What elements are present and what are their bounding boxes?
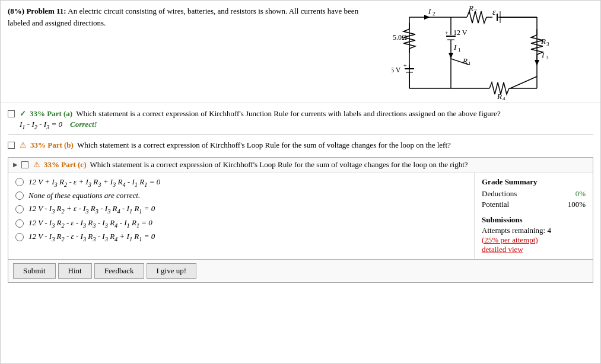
svg-text:ε: ε xyxy=(492,8,496,17)
option-text-5: 12 V - I3 R2 - ε - I3 R3 - I3 R4 + I1 R1… xyxy=(28,232,155,242)
part-a-percent: 33% Part (a) xyxy=(30,109,72,119)
svg-text:R: R xyxy=(497,92,502,100)
radio-4[interactable] xyxy=(15,219,24,228)
potential-row: Potential 100% xyxy=(482,200,586,209)
part-b-question: Which statement is a correct expression … xyxy=(77,141,451,150)
deductions-label: Deductions xyxy=(482,189,517,199)
attempts-percent: (25% per attempt) xyxy=(482,235,586,245)
radio-5[interactable] xyxy=(15,233,24,241)
svg-text:R: R xyxy=(462,56,468,65)
options-grade-row: 12 V + I3 R2 - ε + I3 R3 + I3 R4 - I1 R1… xyxy=(8,173,593,259)
part-c-question: Which statement is a correct expression … xyxy=(90,160,468,170)
problem-text: (8%) Problem 11: An electric circuit con… xyxy=(8,5,376,28)
submissions-title: Submissions xyxy=(482,215,586,225)
circuit-svg: I 2 R 2 ε xyxy=(392,5,581,100)
svg-text:1: 1 xyxy=(458,47,461,53)
svg-text:3: 3 xyxy=(546,41,549,47)
part-a-checkbox xyxy=(8,110,15,117)
give-up-button[interactable]: I give up! xyxy=(147,263,197,279)
hint-button[interactable]: Hint xyxy=(58,263,92,279)
radio-2[interactable] xyxy=(15,191,24,200)
svg-text:I: I xyxy=(428,7,431,15)
option-row-1: 12 V + I3 R2 - ε + I3 R3 + I3 R4 - I1 R1… xyxy=(15,177,467,188)
potential-label: Potential xyxy=(482,200,509,209)
radio-1[interactable] xyxy=(15,178,24,186)
options-area: 12 V + I3 R2 - ε + I3 R3 + I3 R4 - I1 R1… xyxy=(8,173,474,251)
problem-title: Problem 11: xyxy=(26,7,66,15)
radio-3[interactable] xyxy=(15,205,24,213)
part-a-section: ✓ 33% Part (a) Which statement is a corr… xyxy=(8,109,593,130)
svg-text:R: R xyxy=(468,5,473,12)
svg-text:12 V: 12 V xyxy=(453,28,468,37)
grade-summary-title: Grade Summary xyxy=(482,177,586,187)
svg-text:I: I xyxy=(453,43,457,52)
svg-marker-1 xyxy=(424,15,430,20)
svg-text:3: 3 xyxy=(546,55,549,60)
part-b-percent: 33% Part (b) xyxy=(30,141,74,150)
part-a-status: Correct! xyxy=(70,120,97,129)
option-row-5: 12 V - I3 R2 - ε - I3 R3 - I3 R4 + I1 R1… xyxy=(15,232,467,242)
part-b-warn-icon: ⚠ xyxy=(20,141,27,150)
deductions-value: 0% xyxy=(575,189,586,199)
part-a-answer: I1 - I2 - I3 = 0 Correct! xyxy=(20,120,593,130)
svg-text:4: 4 xyxy=(503,96,505,100)
grade-summary: Grade Summary Deductions 0% Potential 10… xyxy=(474,173,593,259)
option-text-3: 12 V - I3 R2 + ε - I3 R3 - I3 R4 - I1 R1… xyxy=(28,204,155,215)
svg-text:+: + xyxy=(445,30,449,36)
problem-percent: (8%) xyxy=(8,7,24,15)
svg-text:1: 1 xyxy=(468,60,471,66)
problem-header: (8%) Problem 11: An electric circuit con… xyxy=(1,1,600,103)
part-a-question: Which statement is a correct expression … xyxy=(76,109,500,119)
option-row-4: 12 V - I3 R2 - ε - I3 R3 - I3 R4 - I1 R1… xyxy=(15,218,467,229)
detailed-view-link[interactable]: detailed view xyxy=(482,245,586,254)
play-icon: ▶ xyxy=(13,161,18,168)
option-row-2: None of these equations are correct. xyxy=(15,191,467,200)
deductions-row: Deductions 0% xyxy=(482,189,586,199)
svg-marker-20 xyxy=(535,60,539,66)
svg-line-21 xyxy=(510,76,537,88)
option-text-2: None of these equations are correct. xyxy=(28,191,140,200)
option-row-3: 12 V - I3 R2 + ε - I3 R3 - I3 R4 - I1 R1… xyxy=(15,204,467,215)
potential-value: 100% xyxy=(568,200,586,209)
svg-text:2: 2 xyxy=(433,11,435,17)
svg-text:+: + xyxy=(403,62,407,69)
svg-marker-39 xyxy=(449,53,453,59)
submit-button[interactable]: Submit xyxy=(13,263,56,279)
circuit-diagram: I 2 R 2 ε xyxy=(392,5,593,100)
svg-text:R: R xyxy=(540,37,546,46)
divider-ab xyxy=(8,134,593,135)
svg-text:5.0Ω: 5.0Ω xyxy=(393,33,407,41)
part-a-answer-text: I1 - I2 - I3 = 0 xyxy=(20,120,62,129)
part-c-warn-icon: ⚠ xyxy=(33,160,40,170)
part-b-section: ⚠ 33% Part (b) Which statement is a corr… xyxy=(8,138,593,152)
svg-text:2: 2 xyxy=(474,8,477,14)
svg-text:6 V: 6 V xyxy=(392,66,401,74)
option-text-1: 12 V + I3 R2 - ε + I3 R3 + I3 R4 - I1 R1… xyxy=(28,177,160,188)
part-c-header: ▶ ⚠ 33% Part (c) Which statement is a co… xyxy=(8,158,593,173)
part-c-percent: 33% Part (c) xyxy=(44,160,86,170)
part-c-section: ▶ ⚠ 33% Part (c) Which statement is a co… xyxy=(8,157,593,283)
option-text-4: 12 V - I3 R2 - ε - I3 R3 - I3 R4 - I1 R1… xyxy=(28,218,152,229)
part-b-checkbox xyxy=(8,142,15,149)
svg-text:I: I xyxy=(541,50,545,59)
attempts-percent-link[interactable]: (25% per attempt) xyxy=(482,235,538,244)
submissions-section: Submissions Attempts remaining: 4 (25% p… xyxy=(482,215,586,254)
part-a-header: ✓ 33% Part (a) Which statement is a corr… xyxy=(8,109,593,119)
attempts-text: Attempts remaining: 4 xyxy=(482,226,586,235)
feedback-button[interactable]: Feedback xyxy=(94,263,144,279)
main-container: (8%) Problem 11: An electric circuit con… xyxy=(0,0,601,364)
content-area: ✓ 33% Part (a) Which statement is a corr… xyxy=(1,103,600,363)
bottom-buttons: Submit Hint Feedback I give up! xyxy=(8,259,593,282)
part-a-check-icon: ✓ xyxy=(20,109,26,119)
part-c-checkbox xyxy=(21,161,28,168)
